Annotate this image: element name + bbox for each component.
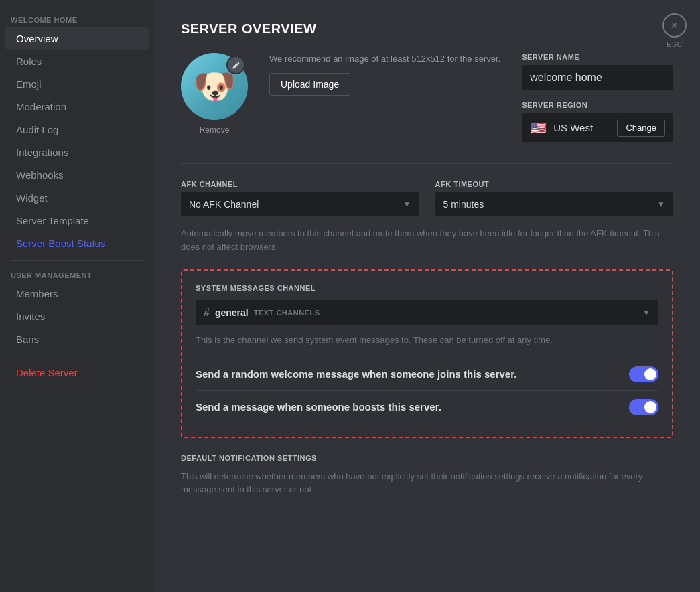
remove-label[interactable]: Remove (200, 125, 230, 135)
toggle-row-welcome: Send a random welcome message when someo… (196, 358, 658, 390)
server-name-input[interactable] (522, 65, 673, 90)
sidebar: WELCOME HOME Overview Roles Emoji Modera… (0, 0, 154, 592)
server-region-field: SERVER REGION 🇺🇸 US West Change (522, 101, 673, 142)
server-icon-wrapper: 🐶 (181, 53, 248, 120)
afk-timeout-field: AFK TIMEOUT 5 minutes ▼ (435, 180, 674, 216)
sidebar-section-user-management: USER MANAGEMENT (0, 266, 154, 282)
afk-timeout-label: AFK TIMEOUT (435, 180, 674, 188)
boost-message-toggle[interactable] (629, 399, 658, 415)
sidebar-item-overview[interactable]: Overview (5, 27, 149, 50)
section-divider-1 (181, 163, 673, 164)
sidebar-item-emoji[interactable]: Emoji (5, 73, 149, 95)
channel-hash-icon: # (204, 307, 210, 319)
sidebar-item-integrations[interactable]: Integrations (5, 141, 149, 163)
default-notifications-section: DEFAULT NOTIFICATION SETTINGS This will … (181, 454, 673, 496)
afk-timeout-select-wrapper: 5 minutes ▼ (435, 192, 674, 216)
sidebar-divider-2 (11, 356, 143, 356)
system-messages-section: SYSTEM MESSAGES CHANNEL # general TEXT C… (181, 269, 673, 438)
server-header-section: 🐶 Remove We recommend an image of at lea… (181, 53, 673, 142)
sidebar-divider (11, 260, 143, 261)
upload-section: We recommend an image of at least 512x51… (269, 53, 500, 96)
afk-channel-select-wrapper: No AFK Channel ▼ (181, 192, 419, 216)
region-selector: 🇺🇸 US West Change (522, 113, 673, 142)
main-content: ✕ ESC SERVER OVERVIEW 🐶 Remove We recomm… (154, 0, 700, 592)
chevron-down-icon-3: ▼ (642, 308, 650, 317)
sidebar-item-webhooks[interactable]: Webhooks (5, 164, 149, 186)
toggle-row-boost: Send a message when someone boosts this … (196, 390, 658, 423)
server-name-label: SERVER NAME (522, 53, 673, 61)
upload-image-button[interactable]: Upload Image (269, 73, 350, 96)
channel-type-label: TEXT CHANNELS (254, 309, 320, 317)
upload-hint: We recommend an image of at least 512x51… (269, 53, 500, 65)
edit-icon[interactable] (226, 56, 245, 74)
afk-channel-label: AFK CHANNEL (181, 180, 419, 188)
esc-label: ESC (667, 40, 683, 48)
server-name-field: SERVER NAME (522, 53, 673, 90)
server-region-label: SERVER REGION (522, 101, 673, 109)
sidebar-item-server-template[interactable]: Server Template (5, 210, 149, 232)
afk-channel-select[interactable]: No AFK Channel (181, 192, 419, 216)
default-notifications-description: This will determine whether members who … (181, 470, 673, 496)
system-messages-description: This is the channel we send system event… (196, 334, 658, 347)
sidebar-item-bans[interactable]: Bans (5, 328, 149, 350)
sidebar-item-moderation[interactable]: Moderation (5, 96, 149, 118)
channel-select-wrapper: # general TEXT CHANNELS ▼ (196, 300, 658, 325)
region-name: US West (553, 122, 610, 133)
system-messages-title: SYSTEM MESSAGES CHANNEL (196, 284, 658, 292)
change-region-button[interactable]: Change (617, 119, 665, 137)
sidebar-item-widget[interactable]: Widget (5, 187, 149, 209)
esc-button[interactable]: ✕ ESC (662, 13, 687, 48)
sidebar-item-delete-server[interactable]: Delete Server (5, 362, 149, 384)
sidebar-item-roles[interactable]: Roles (5, 50, 149, 72)
server-fields: SERVER NAME SERVER REGION 🇺🇸 US West Cha… (522, 53, 673, 142)
close-icon: ✕ (662, 13, 687, 38)
sidebar-section-welcome: WELCOME HOME (0, 11, 154, 27)
sidebar-item-audit-log[interactable]: Audit Log (5, 119, 149, 141)
sidebar-item-members[interactable]: Members (5, 283, 149, 305)
afk-section: AFK CHANNEL No AFK Channel ▼ AFK TIMEOUT… (181, 180, 673, 216)
toggle-boost-label: Send a message when someone boosts this … (196, 401, 441, 413)
default-notifications-title: DEFAULT NOTIFICATION SETTINGS (181, 454, 673, 462)
welcome-message-toggle[interactable] (629, 366, 658, 382)
sidebar-item-server-boost-status[interactable]: Server Boost Status (5, 232, 149, 254)
channel-display[interactable]: # general TEXT CHANNELS ▼ (196, 300, 658, 325)
channel-name: general (215, 307, 249, 318)
sidebar-item-invites[interactable]: Invites (5, 305, 149, 327)
region-flag: 🇺🇸 (530, 120, 547, 136)
toggle-welcome-label: Send a random welcome message when someo… (196, 368, 516, 380)
server-icon-container: 🐶 Remove (181, 53, 248, 135)
page-title: SERVER OVERVIEW (181, 21, 673, 37)
afk-timeout-select[interactable]: 5 minutes (435, 192, 674, 216)
afk-channel-field: AFK CHANNEL No AFK Channel ▼ (181, 180, 419, 216)
afk-description: Automatically move members to this chann… (181, 227, 673, 253)
